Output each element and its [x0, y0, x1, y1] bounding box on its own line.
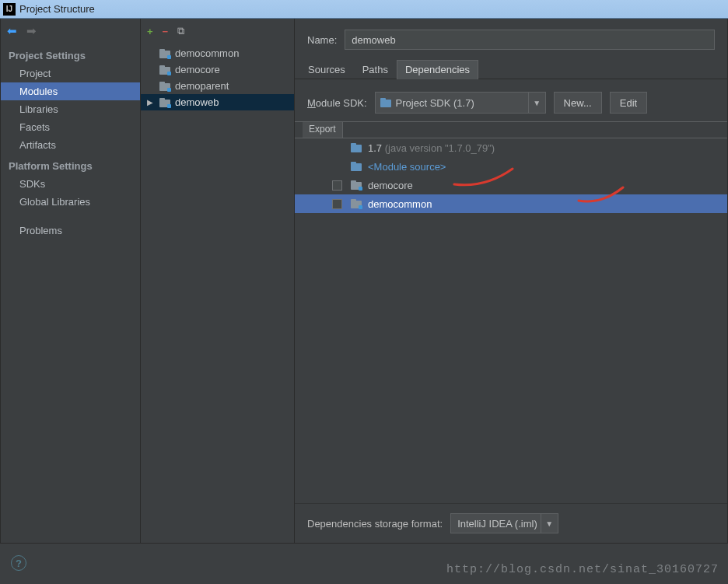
- add-icon[interactable]: +: [147, 26, 153, 37]
- module-item-selected[interactable]: ▶ demoweb: [141, 94, 294, 110]
- module-icon: [159, 65, 170, 75]
- module-icon: [159, 98, 170, 107]
- storage-format-select[interactable]: IntelliJ IDEA (.iml) ▼: [450, 513, 558, 533]
- titlebar: IJ Project Structure: [0, 0, 728, 19]
- module-label: democore: [175, 64, 220, 75]
- sidebar: ⬅ ➡ Project Settings Project Modules Lib…: [1, 19, 141, 543]
- module-label: demoparent: [175, 80, 229, 92]
- help-icon[interactable]: ?: [11, 555, 26, 571]
- folder-icon: [351, 162, 362, 171]
- module-icon: [351, 199, 362, 208]
- module-sdk-row: Module SDK: Project SDK (1.7) ▼ New... E…: [295, 79, 727, 121]
- app-icon: IJ: [3, 3, 16, 16]
- dep-row-module[interactable]: democore: [295, 176, 727, 194]
- export-header: Export: [295, 121, 727, 138]
- name-input[interactable]: [345, 30, 715, 50]
- module-item[interactable]: demoparent: [141, 78, 294, 94]
- name-label: Name:: [307, 34, 337, 46]
- modules-list: democommon democore demoparent ▶ demoweb: [141, 44, 294, 110]
- dep-label: democommon: [368, 198, 432, 210]
- module-sdk-label: Module SDK:: [307, 97, 367, 109]
- sidebar-item-artifacts[interactable]: Artifacts: [1, 136, 140, 154]
- modules-column: + − ⧉ democommon democore demoparent ▶ d…: [141, 19, 295, 543]
- sidebar-item-modules[interactable]: Modules: [1, 82, 140, 100]
- sidebar-item-libraries[interactable]: Libraries: [1, 100, 140, 118]
- storage-value: IntelliJ IDEA (.iml): [457, 518, 537, 530]
- tab-paths[interactable]: Paths: [354, 60, 397, 79]
- storage-label: Dependencies storage format:: [307, 518, 443, 530]
- module-item[interactable]: democore: [141, 61, 294, 78]
- tab-dependencies[interactable]: Dependencies: [397, 60, 478, 79]
- sdk-folder-icon: [380, 98, 391, 107]
- dropdown-caret-icon: ▼: [528, 93, 545, 113]
- section-project-settings: Project Settings: [1, 44, 140, 65]
- module-item[interactable]: democommon: [141, 45, 294, 61]
- sidebar-toolbar: ⬅ ➡: [1, 19, 140, 44]
- dep-label: 1.7 (java version "1.7.0_79"): [368, 142, 495, 154]
- edit-sdk-button[interactable]: Edit: [610, 92, 647, 114]
- module-sdk-value: Project SDK (1.7): [396, 97, 474, 109]
- tabs: Sources Paths Dependencies: [295, 58, 727, 79]
- dep-row-module-selected[interactable]: democommon: [295, 194, 727, 213]
- storage-row: Dependencies storage format: IntelliJ ID…: [295, 503, 727, 543]
- remove-icon[interactable]: −: [163, 26, 169, 37]
- main-area: ⬅ ➡ Project Settings Project Modules Lib…: [0, 19, 728, 544]
- dep-label: <Module source>: [368, 161, 446, 173]
- module-sdk-select[interactable]: Project SDK (1.7) ▼: [375, 92, 546, 114]
- module-icon: [159, 82, 170, 91]
- module-label: democommon: [175, 47, 239, 59]
- sidebar-item-problems[interactable]: Problems: [1, 222, 140, 240]
- sidebar-item-sdks[interactable]: SDKs: [1, 175, 140, 193]
- module-label: demoweb: [175, 96, 219, 108]
- module-icon: [351, 180, 362, 190]
- name-row: Name:: [295, 19, 727, 58]
- copy-icon[interactable]: ⧉: [177, 25, 184, 37]
- dep-label: democore: [368, 180, 413, 191]
- section-platform-settings: Platform Settings: [1, 154, 140, 175]
- dropdown-caret-icon: ▼: [541, 514, 558, 533]
- dependencies-list: 1.7 (java version "1.7.0_79") <Module so…: [295, 138, 727, 503]
- module-icon: [159, 49, 170, 58]
- sidebar-item-global-libraries[interactable]: Global Libraries: [1, 193, 140, 211]
- export-checkbox[interactable]: [332, 180, 342, 191]
- expand-caret-icon: ▶: [147, 98, 153, 107]
- export-label: Export: [303, 122, 343, 138]
- footer: ? http://blog.csdn.net/sinat_30160727: [0, 544, 728, 582]
- export-checkbox[interactable]: [332, 199, 342, 209]
- sidebar-item-facets[interactable]: Facets: [1, 118, 140, 136]
- modules-toolbar: + − ⧉: [141, 19, 294, 44]
- nav-back-icon[interactable]: ⬅: [7, 24, 17, 38]
- tab-sources[interactable]: Sources: [299, 60, 354, 79]
- watermark-text: http://blog.csdn.net/sinat_30160727: [446, 563, 719, 576]
- content-panel: Name: Sources Paths Dependencies Module …: [295, 19, 727, 543]
- nav-forward-icon: ➡: [26, 24, 37, 38]
- sdk-icon: [351, 143, 362, 152]
- dep-row-module-source[interactable]: <Module source>: [295, 157, 727, 176]
- new-sdk-button[interactable]: New...: [554, 92, 602, 114]
- dep-row-sdk[interactable]: 1.7 (java version "1.7.0_79"): [295, 138, 727, 157]
- sidebar-item-project[interactable]: Project: [1, 65, 140, 82]
- window-title: Project Structure: [19, 3, 95, 15]
